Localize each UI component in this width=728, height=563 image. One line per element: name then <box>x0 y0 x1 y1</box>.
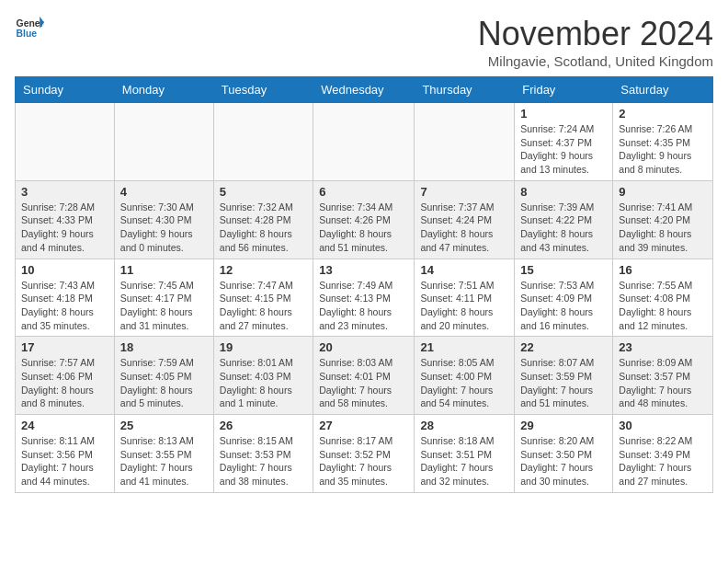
calendar-week-4: 17Sunrise: 7:57 AM Sunset: 4:06 PM Dayli… <box>16 337 713 415</box>
calendar-cell: 29Sunrise: 8:20 AM Sunset: 3:50 PM Dayli… <box>515 415 613 493</box>
calendar-week-5: 24Sunrise: 8:11 AM Sunset: 3:56 PM Dayli… <box>16 415 713 493</box>
day-info: Sunrise: 8:07 AM Sunset: 3:59 PM Dayligh… <box>520 356 607 410</box>
calendar-cell: 15Sunrise: 7:53 AM Sunset: 4:09 PM Dayli… <box>515 259 613 337</box>
calendar-cell: 28Sunrise: 8:18 AM Sunset: 3:51 PM Dayli… <box>415 415 515 493</box>
day-info: Sunrise: 7:39 AM Sunset: 4:22 PM Dayligh… <box>520 201 607 255</box>
day-number: 24 <box>21 419 108 432</box>
calendar-cell: 22Sunrise: 8:07 AM Sunset: 3:59 PM Dayli… <box>515 337 613 415</box>
calendar-week-2: 3Sunrise: 7:28 AM Sunset: 4:33 PM Daylig… <box>16 180 713 259</box>
col-friday: Friday <box>515 77 613 103</box>
calendar-week-1: 1Sunrise: 7:24 AM Sunset: 4:37 PM Daylig… <box>16 103 713 181</box>
day-number: 29 <box>520 419 607 432</box>
day-number: 14 <box>420 263 508 277</box>
calendar-cell: 2Sunrise: 7:26 AM Sunset: 4:35 PM Daylig… <box>613 103 713 181</box>
day-number: 20 <box>319 340 408 354</box>
location: Milngavie, Scotland, United Kingdom <box>478 53 713 69</box>
day-number: 16 <box>619 263 707 277</box>
day-info: Sunrise: 8:20 AM Sunset: 3:50 PM Dayligh… <box>520 434 607 488</box>
calendar-cell <box>415 103 515 181</box>
calendar-cell: 16Sunrise: 7:55 AM Sunset: 4:08 PM Dayli… <box>613 259 713 337</box>
title-block: November 2024 Milngavie, Scotland, Unite… <box>478 15 713 69</box>
day-number: 10 <box>21 263 108 277</box>
calendar-cell: 27Sunrise: 8:17 AM Sunset: 3:52 PM Dayli… <box>313 415 415 493</box>
day-number: 21 <box>420 340 508 354</box>
calendar-cell: 23Sunrise: 8:09 AM Sunset: 3:57 PM Dayli… <box>613 337 713 415</box>
calendar-cell: 3Sunrise: 7:28 AM Sunset: 4:33 PM Daylig… <box>16 180 115 259</box>
calendar-cell <box>114 103 213 181</box>
calendar-cell: 13Sunrise: 7:49 AM Sunset: 4:13 PM Dayli… <box>313 259 415 337</box>
day-number: 7 <box>420 185 508 199</box>
day-info: Sunrise: 7:59 AM Sunset: 4:05 PM Dayligh… <box>120 356 208 410</box>
day-info: Sunrise: 8:22 AM Sunset: 3:49 PM Dayligh… <box>619 434 707 488</box>
month-title: November 2024 <box>478 15 713 53</box>
day-info: Sunrise: 8:03 AM Sunset: 4:01 PM Dayligh… <box>319 356 408 410</box>
calendar-cell: 4Sunrise: 7:30 AM Sunset: 4:30 PM Daylig… <box>114 180 213 259</box>
day-number: 1 <box>520 107 607 121</box>
day-number: 17 <box>21 340 108 354</box>
calendar-cell: 21Sunrise: 8:05 AM Sunset: 4:00 PM Dayli… <box>415 337 515 415</box>
header-row: Sunday Monday Tuesday Wednesday Thursday… <box>16 77 713 103</box>
day-info: Sunrise: 7:30 AM Sunset: 4:30 PM Dayligh… <box>120 201 208 255</box>
day-number: 23 <box>619 340 707 354</box>
day-info: Sunrise: 8:01 AM Sunset: 4:03 PM Dayligh… <box>220 356 307 410</box>
day-number: 2 <box>619 107 707 121</box>
calendar-cell <box>213 103 313 181</box>
col-monday: Monday <box>114 77 213 103</box>
col-thursday: Thursday <box>415 77 515 103</box>
calendar-cell: 11Sunrise: 7:45 AM Sunset: 4:17 PM Dayli… <box>114 259 213 337</box>
day-info: Sunrise: 7:43 AM Sunset: 4:18 PM Dayligh… <box>21 279 108 333</box>
calendar-cell: 7Sunrise: 7:37 AM Sunset: 4:24 PM Daylig… <box>415 180 515 259</box>
day-number: 25 <box>120 419 208 432</box>
calendar-cell <box>16 103 115 181</box>
day-number: 3 <box>21 185 108 199</box>
day-number: 13 <box>319 263 408 277</box>
day-info: Sunrise: 8:18 AM Sunset: 3:51 PM Dayligh… <box>420 434 508 488</box>
day-number: 5 <box>220 185 307 199</box>
calendar-cell: 14Sunrise: 7:51 AM Sunset: 4:11 PM Dayli… <box>415 259 515 337</box>
day-number: 26 <box>220 419 307 432</box>
calendar-cell: 30Sunrise: 8:22 AM Sunset: 3:49 PM Dayli… <box>613 415 713 493</box>
day-number: 28 <box>420 419 508 432</box>
col-tuesday: Tuesday <box>213 77 313 103</box>
calendar-cell: 12Sunrise: 7:47 AM Sunset: 4:15 PM Dayli… <box>213 259 313 337</box>
day-info: Sunrise: 8:11 AM Sunset: 3:56 PM Dayligh… <box>21 434 108 488</box>
day-number: 4 <box>120 185 208 199</box>
day-number: 27 <box>319 419 408 432</box>
day-info: Sunrise: 8:17 AM Sunset: 3:52 PM Dayligh… <box>319 434 408 488</box>
day-number: 12 <box>220 263 307 277</box>
day-number: 11 <box>120 263 208 277</box>
day-number: 6 <box>319 185 408 199</box>
day-info: Sunrise: 7:37 AM Sunset: 4:24 PM Dayligh… <box>420 201 508 255</box>
day-number: 18 <box>120 340 208 354</box>
day-number: 15 <box>520 263 607 277</box>
calendar-cell: 1Sunrise: 7:24 AM Sunset: 4:37 PM Daylig… <box>515 103 613 181</box>
calendar-cell: 17Sunrise: 7:57 AM Sunset: 4:06 PM Dayli… <box>16 337 115 415</box>
day-info: Sunrise: 7:28 AM Sunset: 4:33 PM Dayligh… <box>21 201 108 255</box>
day-info: Sunrise: 8:15 AM Sunset: 3:53 PM Dayligh… <box>220 434 307 488</box>
calendar-cell: 18Sunrise: 7:59 AM Sunset: 4:05 PM Dayli… <box>114 337 213 415</box>
day-number: 30 <box>619 419 707 432</box>
day-info: Sunrise: 7:26 AM Sunset: 4:35 PM Dayligh… <box>619 122 707 177</box>
calendar-week-3: 10Sunrise: 7:43 AM Sunset: 4:18 PM Dayli… <box>16 259 713 337</box>
calendar-cell: 19Sunrise: 8:01 AM Sunset: 4:03 PM Dayli… <box>213 337 313 415</box>
calendar-cell: 25Sunrise: 8:13 AM Sunset: 3:55 PM Dayli… <box>114 415 213 493</box>
day-info: Sunrise: 7:24 AM Sunset: 4:37 PM Dayligh… <box>520 122 607 177</box>
col-wednesday: Wednesday <box>313 77 415 103</box>
header: General Blue November 2024 Milngavie, Sc… <box>15 15 713 69</box>
calendar-cell: 8Sunrise: 7:39 AM Sunset: 4:22 PM Daylig… <box>515 180 613 259</box>
logo-icon: General Blue <box>15 15 44 40</box>
svg-text:Blue: Blue <box>17 29 38 39</box>
calendar-cell: 6Sunrise: 7:34 AM Sunset: 4:26 PM Daylig… <box>313 180 415 259</box>
calendar-cell: 5Sunrise: 7:32 AM Sunset: 4:28 PM Daylig… <box>213 180 313 259</box>
calendar: Sunday Monday Tuesday Wednesday Thursday… <box>15 76 713 493</box>
day-info: Sunrise: 7:32 AM Sunset: 4:28 PM Dayligh… <box>220 201 307 255</box>
day-info: Sunrise: 7:45 AM Sunset: 4:17 PM Dayligh… <box>120 279 208 333</box>
day-number: 22 <box>520 340 607 354</box>
calendar-cell: 10Sunrise: 7:43 AM Sunset: 4:18 PM Dayli… <box>16 259 115 337</box>
day-info: Sunrise: 7:41 AM Sunset: 4:20 PM Dayligh… <box>619 201 707 255</box>
day-info: Sunrise: 8:13 AM Sunset: 3:55 PM Dayligh… <box>120 434 208 488</box>
day-info: Sunrise: 7:55 AM Sunset: 4:08 PM Dayligh… <box>619 279 707 333</box>
day-info: Sunrise: 7:47 AM Sunset: 4:15 PM Dayligh… <box>220 279 307 333</box>
page: General Blue November 2024 Milngavie, Sc… <box>0 0 728 508</box>
calendar-cell: 24Sunrise: 8:11 AM Sunset: 3:56 PM Dayli… <box>16 415 115 493</box>
